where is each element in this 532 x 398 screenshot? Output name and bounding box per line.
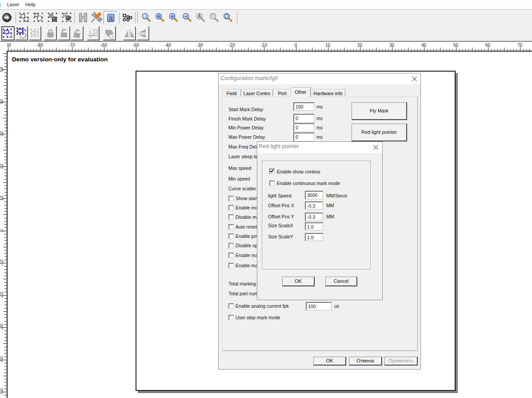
svg-text:A: A	[198, 14, 201, 19]
